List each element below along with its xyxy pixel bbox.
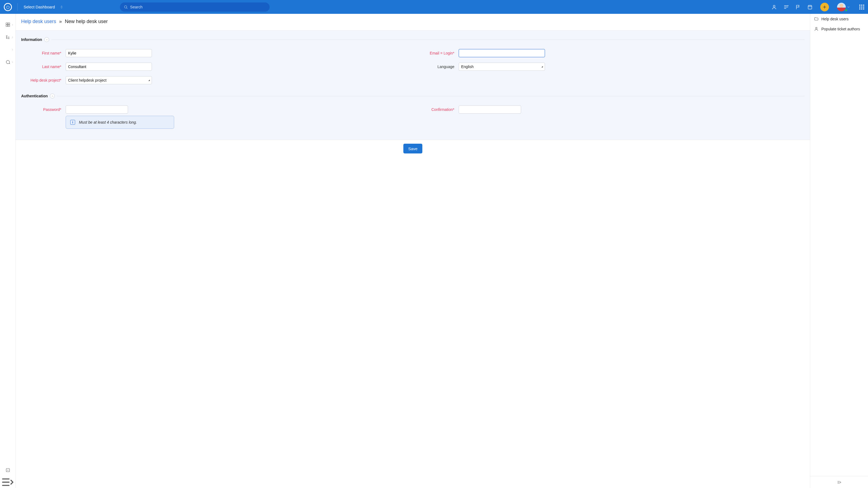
input-password[interactable]	[66, 105, 128, 113]
collapse-toggle[interactable]	[50, 94, 55, 98]
svg-point-11	[816, 27, 817, 29]
svg-point-2	[788, 5, 788, 6]
breadcrumb: Help desk users » New help desk user	[16, 14, 810, 31]
password-hint: i Must be at least 4 characters long.	[66, 116, 174, 129]
save-button[interactable]: Save	[403, 144, 422, 154]
sidebar-item-structure[interactable]	[0, 32, 16, 42]
breadcrumb-separator: »	[59, 19, 62, 24]
calendar-icon[interactable]	[807, 4, 813, 10]
rightbar-collapse-button[interactable]	[810, 476, 868, 488]
information-grid: First name* Last name* Help desk project…	[21, 49, 805, 90]
section-title: Authentication	[21, 94, 48, 98]
svg-rect-7	[8, 25, 9, 27]
user-menu[interactable]	[837, 3, 850, 11]
select-dashboard-label: Select Dashboard	[24, 5, 55, 9]
folder-icon	[814, 17, 818, 21]
label-password: Password*	[21, 107, 66, 112]
input-first-name[interactable]	[66, 49, 152, 57]
collapse-toggle[interactable]	[44, 37, 49, 42]
label-first-name: First name*	[21, 51, 66, 55]
sidebar-item-dashboard[interactable]	[0, 19, 16, 30]
input-last-name[interactable]	[66, 63, 152, 71]
right-item-label: Populate ticket authors	[822, 27, 860, 31]
svg-rect-3	[808, 5, 812, 9]
svg-rect-6	[6, 25, 8, 27]
tasks-icon[interactable]	[783, 4, 789, 10]
section-header-information: Information	[21, 37, 805, 42]
top-header: Select Dashboard	[0, 0, 868, 14]
add-button[interactable]	[820, 3, 829, 11]
label-last-name: Last name*	[21, 65, 66, 69]
info-icon: i	[70, 120, 75, 125]
section-header-authentication: Authentication	[21, 94, 805, 98]
search-icon	[124, 5, 128, 9]
left-sidebar	[0, 14, 16, 488]
right-item-populate-authors[interactable]: Populate ticket authors	[810, 24, 868, 34]
svg-rect-4	[6, 23, 8, 24]
user-icon[interactable]	[771, 4, 777, 10]
chevron-down-icon	[847, 5, 850, 9]
chevron-right-icon	[11, 61, 14, 63]
breadcrumb-current: New help desk user	[65, 19, 108, 24]
sidebar-item-blank[interactable]	[0, 44, 16, 55]
select-language-value: English	[461, 65, 474, 69]
authentication-grid: Password* i Must be at least 4 character…	[21, 105, 805, 129]
input-confirmation[interactable]	[459, 105, 521, 113]
search-bar[interactable]	[120, 2, 270, 12]
form-area: Information First name* Last name* Help …	[16, 31, 810, 140]
section-title: Information	[21, 37, 42, 42]
dropdown-arrow-icon: ◢	[148, 79, 150, 82]
label-confirmation: Confirmation*	[414, 107, 459, 112]
dropdown-arrow-icon: ◢	[541, 66, 542, 68]
section-divider	[57, 96, 805, 96]
select-helpdesk-project-value: Client helpdesk project	[68, 78, 106, 83]
svg-point-8	[8, 37, 9, 37]
presence-dot	[845, 9, 847, 11]
select-dashboard-dropdown[interactable]: Select Dashboard	[22, 4, 66, 10]
breadcrumb-parent-link[interactable]: Help desk users	[21, 19, 56, 24]
sidebar-item-chat[interactable]	[0, 57, 16, 67]
select-language[interactable]: English ◢	[459, 63, 545, 71]
app-logo[interactable]	[4, 3, 12, 11]
header-actions	[771, 3, 864, 11]
label-email-login: Email = Login*	[414, 51, 459, 55]
svg-point-1	[773, 5, 775, 7]
select-helpdesk-project[interactable]: Client helpdesk project ◢	[66, 76, 152, 84]
chevron-right-icon	[11, 48, 14, 51]
user-icon	[814, 27, 818, 31]
flag-icon[interactable]	[795, 4, 801, 10]
sidebar-expand-button[interactable]	[0, 476, 16, 488]
input-email-login[interactable]	[459, 49, 545, 57]
search-container	[120, 2, 270, 12]
avatar	[837, 3, 846, 11]
right-sidebar: Help desk users Populate ticket authors	[810, 14, 868, 488]
chevron-right-icon	[11, 24, 14, 26]
chevron-right-icon	[11, 36, 14, 38]
save-row: Save	[16, 140, 810, 157]
svg-rect-5	[8, 23, 9, 24]
label-language: Language	[414, 65, 459, 69]
password-hint-text: Must be at least 4 characters long.	[79, 120, 137, 124]
svg-point-9	[8, 38, 9, 39]
apps-grid-icon[interactable]	[859, 5, 864, 9]
search-input[interactable]	[130, 5, 266, 9]
body-layout: Help desk users » New help desk user Inf…	[0, 14, 868, 488]
right-item-label: Help desk users	[822, 17, 848, 21]
right-item-helpdesk-users[interactable]: Help desk users	[810, 14, 868, 24]
main-content: Help desk users » New help desk user Inf…	[16, 14, 810, 488]
label-helpdesk-project: Help desk project*	[21, 78, 66, 83]
